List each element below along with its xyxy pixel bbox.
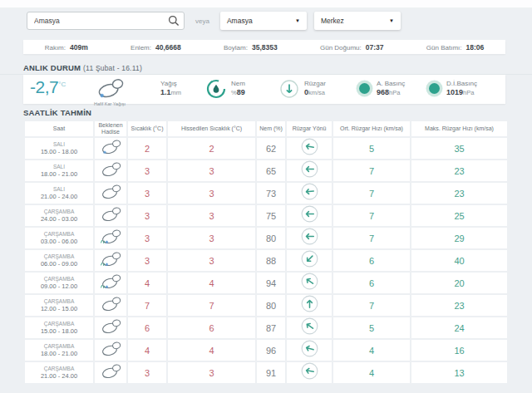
avg-wind-cell: 5	[333, 138, 410, 159]
avg-wind-cell: 5	[333, 317, 410, 338]
max-wind-cell: 23	[411, 160, 507, 181]
district-select[interactable]: Merkez ▼	[314, 12, 401, 30]
day-label: ÇARŞAMBA	[25, 298, 93, 305]
cloud-icon	[98, 166, 123, 180]
condition-cell	[95, 138, 126, 159]
wind-direction-arrow-icon	[301, 205, 318, 223]
feels-like-cell: 4	[168, 340, 255, 361]
caret-down-icon: ▼	[295, 18, 300, 23]
wind-direction-arrow-icon	[301, 138, 318, 155]
feels-like-cell: 3	[168, 205, 255, 226]
current-conditions-panel: -2,7°C Hafif Kar Yağışı Yağış 1.1mm Nem …	[23, 75, 505, 104]
hourly-forecast-table: SaatBeklenen HadiseSıcaklık (°C)Hissedil…	[23, 120, 509, 385]
hour-cell: ÇARŞAMBA09.00 - 12.00	[25, 273, 93, 293]
max-wind-cell: 13	[411, 362, 507, 383]
precipitation-block: Yağış 1.1mm	[160, 80, 181, 97]
pressure-label: A. Basınç	[377, 80, 405, 88]
feels-like-cell: 3	[168, 362, 255, 383]
wind-direction-down-icon	[279, 79, 299, 99]
info-label: Gün Doğumu:	[320, 44, 362, 52]
current-temperature: -2,7°C	[30, 77, 66, 97]
forecast-row: SALI18.00 - 21.003365723	[25, 160, 507, 181]
column-header: Sıcaklık (°C)	[128, 121, 166, 136]
wind-direction-cell	[287, 205, 332, 226]
temperature-cell: 4	[128, 340, 166, 361]
sleet-cloud-icon	[98, 233, 123, 248]
search-icon[interactable]	[168, 15, 180, 27]
hour-cell: ÇARŞAMBA21.00 - 24.00	[25, 362, 93, 383]
feels-like-cell: 3	[168, 228, 255, 248]
time-range-label: 15.00 - 18.00	[25, 148, 93, 155]
current-conditions-period: (11 Şubat - 16.11)	[83, 64, 142, 72]
forecast-row: ÇARŞAMBA15.00 - 18.006687524	[25, 317, 507, 338]
top-strip	[0, 0, 532, 8]
temperature-cell: 3	[128, 250, 166, 271]
info-item: Rakım:409m	[45, 43, 88, 52]
time-range-label: 03.00 - 06.00	[25, 238, 93, 245]
max-wind-cell: 20	[411, 273, 507, 293]
avg-wind-cell: 7	[333, 205, 410, 226]
wind-direction-cell	[287, 317, 332, 338]
cloud-icon	[98, 368, 123, 382]
condition-cell	[95, 295, 126, 316]
info-label: Boylam:	[224, 44, 248, 52]
sea-pressure-label: D.İ.Basınç	[446, 80, 477, 88]
condition-cell	[95, 183, 126, 204]
forecast-row: ÇARŞAMBA12.00 - 15.007780723	[25, 295, 507, 316]
temperature-cell: 6	[128, 317, 166, 338]
current-condition-label: Hafif Kar Yağışı	[85, 101, 135, 106]
humidity-cell: 87	[257, 317, 285, 338]
avg-wind-cell: 7	[333, 183, 410, 204]
condition-cell	[95, 317, 126, 338]
wind-block: Rüzgar 0km/sa	[279, 79, 326, 99]
forecast-row: ÇARŞAMBA09.00 - 12.004494620	[25, 273, 507, 293]
day-label: ÇARŞAMBA	[25, 366, 93, 372]
column-header: Ort. Rüzgar Hızı (km/sa)	[333, 121, 410, 136]
humidity-cell: 73	[257, 183, 285, 204]
column-header: Saat	[25, 121, 93, 136]
avg-wind-cell: 6	[333, 250, 410, 271]
search-input[interactable]	[27, 12, 185, 30]
humidity-cell: 88	[257, 250, 285, 271]
temperature-cell: 3	[128, 160, 166, 181]
wind-direction-cell	[287, 138, 332, 159]
info-item: Gün Doğumu:07:37	[320, 43, 384, 52]
wind-direction-arrow-icon	[301, 362, 318, 380]
wind-direction-arrow-icon	[301, 250, 318, 268]
day-label: ÇARŞAMBA	[25, 276, 93, 282]
forecast-row: ÇARŞAMBA06.00 - 09.003388640	[25, 250, 507, 271]
feels-like-cell: 3	[168, 160, 255, 181]
cloud-icon	[98, 346, 123, 360]
feels-like-cell: 7	[168, 295, 255, 316]
time-range-label: 21.00 - 24.00	[25, 372, 93, 380]
day-label: ÇARŞAMBA	[25, 253, 93, 260]
humidity-cell: 65	[257, 160, 285, 181]
max-wind-cell: 16	[411, 340, 507, 361]
max-wind-cell: 35	[411, 138, 507, 159]
station-info-bar: Rakım:409mEnlem:40,6668Boylam:35,8353Gün…	[23, 40, 505, 54]
humidity-cell: 91	[257, 362, 285, 383]
location-search-row: veya Amasya ▼ Merkez ▼	[27, 12, 408, 30]
time-range-label: 06.00 - 09.00	[25, 260, 93, 268]
info-value: 35,8353	[252, 43, 278, 52]
avg-wind-cell: 7	[333, 160, 410, 181]
day-label: ÇARŞAMBA	[25, 231, 93, 238]
district-select-value: Merkez	[321, 17, 344, 25]
hour-cell: ÇARŞAMBA03.00 - 06.00	[25, 228, 93, 248]
temperature-cell: 3	[128, 183, 166, 204]
condition-cell	[95, 273, 126, 293]
temperature-cell: 3	[128, 205, 166, 226]
time-range-label: 21.00 - 24.00	[25, 193, 93, 200]
day-label: SALI	[25, 141, 93, 148]
temperature-cell: 2	[128, 138, 166, 159]
province-select[interactable]: Amasya ▼	[220, 12, 307, 30]
hour-cell: SALI15.00 - 18.00	[25, 138, 93, 159]
wind-direction-arrow-icon	[301, 340, 318, 357]
wind-direction-arrow-icon	[301, 273, 318, 290]
max-wind-cell: 29	[411, 228, 507, 248]
max-wind-cell: 40	[411, 250, 507, 271]
day-label: SALI	[25, 186, 93, 193]
condition-cell	[95, 228, 126, 248]
avg-wind-cell: 7	[333, 228, 410, 248]
humidity-cell: 62	[257, 138, 285, 159]
